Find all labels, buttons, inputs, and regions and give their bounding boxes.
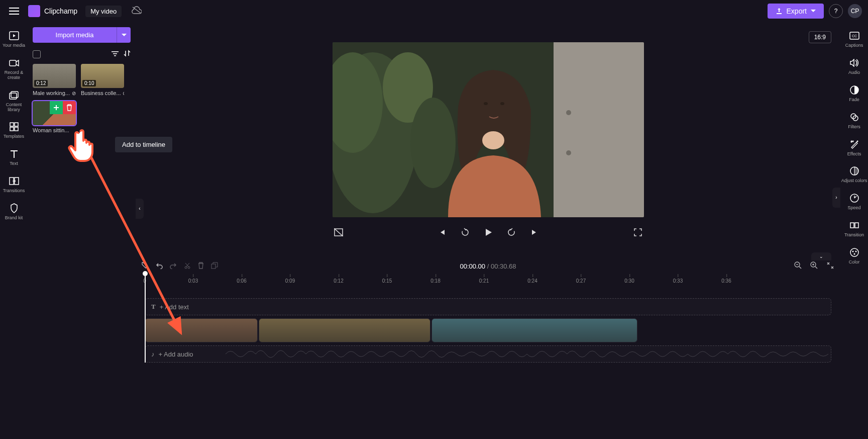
project-name-input[interactable]: My video — [85, 6, 122, 17]
sort-icon[interactable] — [124, 50, 131, 59]
sidebar-item-templates[interactable]: Templates — [0, 117, 28, 143]
hamburger-menu-button[interactable] — [6, 3, 22, 19]
sidebar-item-camera[interactable]: Record & create — [0, 53, 28, 84]
marker-icon[interactable] — [142, 262, 149, 271]
timeline-ruler[interactable]: 00:030:060:090:120:150:180:210:240:270:3… — [145, 274, 831, 288]
collapse-panel-right-button[interactable]: › — [832, 188, 840, 208]
svg-rect-32 — [211, 264, 215, 269]
preview-area: 16:9 — [136, 22, 840, 258]
property-item-fade[interactable]: Fade — [840, 80, 868, 107]
library-icon — [9, 90, 20, 101]
clip-frame-thumb — [473, 319, 514, 342]
svg-line-37 — [815, 267, 817, 269]
sidebar-item-media[interactable]: Your media — [0, 26, 28, 52]
audio-track[interactable]: ♪ + Add audio — [145, 345, 831, 363]
aspect-ratio-selector[interactable]: 16:9 — [809, 31, 831, 43]
cc-icon: CC — [849, 30, 860, 41]
delete-button[interactable] — [198, 262, 204, 271]
forward-button[interactable] — [505, 226, 517, 238]
clip-frame-thumb — [302, 319, 345, 342]
color-icon — [849, 247, 860, 258]
property-item-adjust[interactable]: Adjust colors — [840, 161, 868, 188]
media-panel: Import media 0:12 Male working...⊘ 0:10 … — [28, 22, 136, 439]
zoom-in-button[interactable] — [810, 261, 818, 271]
clip-frame-thumb — [145, 319, 182, 342]
svg-rect-10 — [15, 127, 18, 131]
video-track[interactable] — [145, 318, 831, 342]
duplicate-button[interactable] — [211, 262, 218, 271]
help-button[interactable]: ? — [829, 4, 843, 18]
skip-forward-button[interactable] — [528, 226, 540, 238]
property-item-transition[interactable]: Transition — [840, 216, 868, 242]
synced-icon: ⊘ — [72, 91, 76, 96]
sidebar-item-transitions[interactable]: Transitions — [0, 171, 28, 198]
media-item[interactable]: Woman sittin... — [33, 101, 76, 133]
clip-frame-thumb — [514, 319, 555, 342]
property-item-filters[interactable]: Filters — [840, 108, 868, 134]
cloud-off-icon[interactable] — [132, 6, 142, 16]
property-label: Captions — [845, 43, 863, 48]
undo-button[interactable] — [156, 262, 163, 271]
camera-icon — [9, 57, 20, 68]
svg-rect-14 — [113, 53, 117, 54]
media-thumbnail: 0:12 — [33, 64, 76, 88]
media-thumbnail: 0:10 — [81, 64, 124, 88]
svg-point-50 — [852, 251, 853, 252]
video-preview[interactable] — [333, 42, 644, 217]
music-note-icon: ♪ — [151, 350, 155, 358]
media-item[interactable]: 0:12 Male working...⊘ — [33, 64, 76, 96]
rewind-button[interactable] — [459, 226, 471, 238]
add-to-timeline-button[interactable] — [50, 101, 63, 114]
property-item-speed[interactable]: Speed — [840, 189, 868, 215]
clip-frame-thumb — [259, 319, 302, 342]
media-duration: 0:12 — [34, 80, 48, 86]
playhead[interactable] — [145, 274, 146, 363]
redo-button[interactable] — [170, 262, 177, 271]
skip-back-button[interactable] — [436, 226, 448, 238]
zoom-out-button[interactable] — [794, 261, 802, 271]
property-label: Effects — [847, 152, 861, 157]
import-media-dropdown[interactable] — [117, 27, 131, 43]
cut-button[interactable] — [184, 262, 191, 271]
sidebar-label: Text — [10, 161, 18, 166]
svg-point-19 — [566, 150, 571, 155]
media-item[interactable]: 0:10 Business colle...⊘ — [81, 64, 124, 96]
right-sidebar: CCCaptionsAudioFadeFiltersEffectsAdjust … — [840, 22, 868, 439]
property-item-audio[interactable]: Audio — [840, 53, 868, 79]
video-clip[interactable] — [259, 318, 430, 342]
svg-point-31 — [188, 267, 190, 269]
upload-icon — [776, 8, 783, 15]
sidebar-item-text[interactable]: Text — [0, 144, 28, 170]
sidebar-item-brand[interactable]: Brand kit — [0, 199, 28, 225]
user-avatar[interactable]: CP — [848, 4, 862, 18]
svg-text:CC: CC — [851, 34, 856, 38]
app-logo[interactable]: Clipchamp — [28, 5, 77, 17]
tracks-container: T + Add text ♪ + Add audio — [145, 298, 831, 363]
sidebar-label: Brand kit — [5, 216, 23, 221]
svg-rect-15 — [114, 55, 116, 56]
video-clip[interactable] — [431, 318, 637, 342]
export-button[interactable]: Export — [768, 4, 824, 19]
fit-zoom-button[interactable] — [826, 261, 834, 271]
import-media-button[interactable]: Import media — [33, 27, 117, 43]
delete-media-button[interactable] — [63, 101, 76, 114]
text-track[interactable]: T + Add text — [145, 298, 831, 315]
property-item-effects[interactable]: Effects — [840, 135, 868, 161]
crop-icon[interactable] — [333, 226, 345, 238]
sidebar-item-library[interactable]: Content library — [0, 85, 28, 117]
play-button[interactable] — [482, 226, 494, 238]
select-all-checkbox[interactable] — [33, 50, 41, 58]
add-to-timeline-tooltip: Add to timeline — [115, 137, 172, 152]
filter-icon[interactable] — [112, 50, 119, 59]
video-clip[interactable] — [145, 318, 258, 342]
property-label: Adjust colors — [841, 179, 867, 184]
svg-point-52 — [853, 253, 855, 255]
ruler-tick: 0:30 — [624, 278, 634, 284]
ruler-tick: 0:18 — [430, 278, 440, 284]
text-icon — [9, 148, 20, 159]
svg-rect-48 — [855, 223, 858, 228]
svg-rect-5 — [10, 93, 17, 99]
fullscreen-button[interactable] — [632, 226, 644, 238]
property-item-color[interactable]: Color — [840, 243, 868, 269]
property-item-cc[interactable]: CCCaptions — [840, 26, 868, 52]
